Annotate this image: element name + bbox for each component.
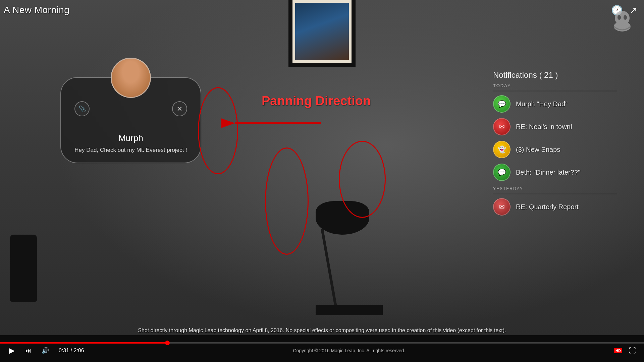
- notif-icon-quarterly: ✉: [499, 203, 505, 211]
- picture-frame-inner: [292, 0, 352, 63]
- today-label: TODAY: [493, 83, 617, 88]
- notif-item-beth[interactable]: 💬 Beth: "Dinner later??": [493, 164, 617, 181]
- play-button[interactable]: ▶: [7, 346, 17, 355]
- picture-frame: [288, 0, 356, 67]
- sender-avatar: [111, 58, 151, 98]
- notification-card: 📎 ✕ Murph Hey Dad, Check out my Mt. Ever…: [60, 77, 201, 163]
- paperclip-icon: 📎: [78, 105, 86, 113]
- notif-text-murph: Murph "Hey Dad": [516, 100, 568, 108]
- video-title: A New Morning: [4, 5, 69, 15]
- attach-button[interactable]: 📎: [74, 101, 90, 116]
- sender-name: Murph: [71, 133, 191, 143]
- close-icon: ✕: [177, 105, 182, 113]
- top-right-controls: 🕐 ↗: [611, 5, 637, 16]
- magic-leap-logo: [610, 8, 634, 32]
- svg-point-1: [615, 11, 630, 25]
- svg-point-2: [618, 15, 621, 20]
- sender-avatar-face: [112, 59, 150, 97]
- notif-item-neal[interactable]: ✉ RE: Neal's in town!: [493, 118, 617, 135]
- notif-item-snaps[interactable]: 👻 (3) New Snaps: [493, 141, 617, 158]
- notif-icon-snaps: 👻: [498, 145, 506, 154]
- volume-button[interactable]: 🔊: [40, 347, 50, 354]
- panning-arrow: [221, 114, 329, 132]
- water-bottle: [10, 235, 37, 302]
- notif-avatar-quarterly: ✉: [493, 198, 511, 216]
- hd-badge[interactable]: HD: [614, 348, 622, 353]
- yesterday-divider: [493, 194, 617, 194]
- progress-bar-fill: [0, 342, 167, 344]
- current-time: 0:31: [59, 348, 69, 353]
- lamp-base: [316, 305, 383, 315]
- bottom-right-icons: HD ⛶: [614, 346, 637, 355]
- video-caption: Shot directly through Magic Leap technol…: [0, 327, 644, 334]
- lamp-shade: [316, 201, 369, 235]
- notif-icon-beth: 💬: [498, 168, 506, 176]
- close-card-button[interactable]: ✕: [172, 101, 187, 116]
- notif-avatar-neal: ✉: [493, 118, 511, 135]
- notif-item-quarterly[interactable]: ✉ RE: Quarterly Report: [493, 198, 617, 216]
- time-display: 0:31 / 2:06: [59, 348, 84, 354]
- today-divider: [493, 91, 617, 91]
- yesterday-label: YESTERDAY: [493, 186, 617, 191]
- svg-point-3: [624, 15, 627, 20]
- card-message-text: Hey Dad, Check out my Mt. Everest projec…: [71, 146, 191, 154]
- notif-item-murph[interactable]: 💬 Murph "Hey Dad": [493, 95, 617, 113]
- total-time: 2:06: [73, 348, 84, 353]
- copyright-text: Copyright © 2016 Magic Leap, Inc. All ri…: [293, 348, 405, 353]
- progress-dot: [165, 341, 170, 345]
- notif-avatar-murph: 💬: [493, 95, 511, 113]
- notif-text-beth: Beth: "Dinner later??": [516, 169, 580, 176]
- notif-avatar-snaps: 👻: [493, 141, 511, 158]
- notif-text-quarterly: RE: Quarterly Report: [516, 203, 579, 211]
- notif-icon-neal: ✉: [499, 123, 505, 131]
- notif-text-neal: RE: Neal's in town!: [516, 123, 572, 131]
- fullscreen-button[interactable]: ⛶: [627, 346, 637, 355]
- video-controls-bar: ▶ ⏭ 🔊 0:31 / 2:06 Copyright © 2016 Magic…: [0, 335, 644, 362]
- notif-avatar-beth: 💬: [493, 164, 511, 181]
- notif-icon-murph: 💬: [498, 100, 506, 108]
- notifications-header: Notifications ( 21 ): [493, 70, 617, 80]
- progress-bar-container[interactable]: [0, 342, 644, 344]
- notifications-panel: Notifications ( 21 ) TODAY 💬 Murph "Hey …: [493, 70, 617, 221]
- panning-direction-label: Panning Direction: [262, 94, 371, 108]
- controls-row: ▶ ⏭ 🔊 0:31 / 2:06 Copyright © 2016 Magic…: [0, 346, 644, 355]
- notif-text-snaps: (3) New Snaps: [516, 146, 560, 154]
- card-action-icons: 📎 ✕: [71, 101, 191, 116]
- next-button[interactable]: ⏭: [23, 347, 34, 354]
